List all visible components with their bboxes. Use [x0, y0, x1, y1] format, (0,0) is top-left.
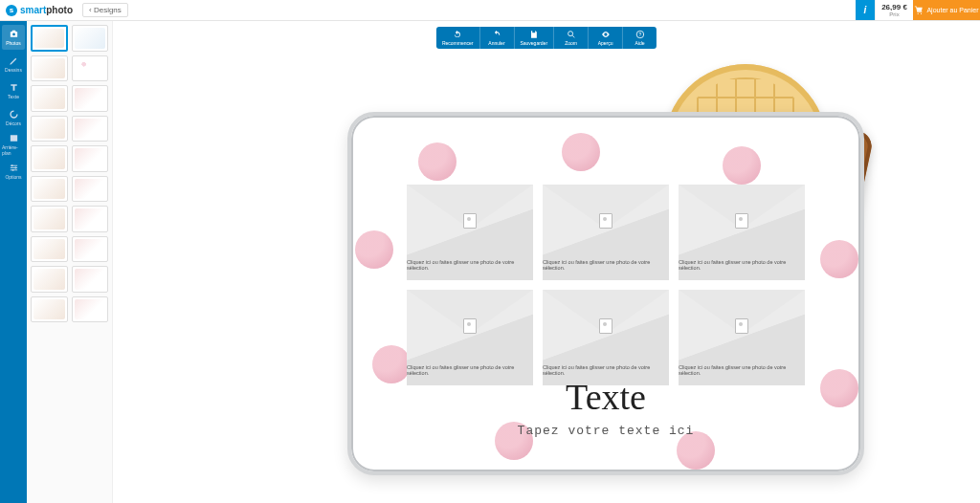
design-thumbnail[interactable]: [31, 116, 68, 142]
glitter-dot: [723, 146, 761, 185]
text-icon: [9, 82, 19, 93]
design-thumbnail[interactable]: [31, 296, 68, 323]
design-thumbnail[interactable]: [72, 85, 109, 112]
help-icon: ?: [635, 30, 645, 39]
photo-icon: [599, 318, 612, 334]
design-thumbnail[interactable]: [72, 145, 109, 172]
sliders-icon: [9, 163, 19, 173]
cart-icon: [914, 6, 924, 15]
svg-point-1: [921, 12, 922, 13]
glitter-dot: [355, 230, 393, 269]
design-thumbnail[interactable]: [31, 25, 68, 52]
photo-icon: [599, 213, 612, 229]
nav-text[interactable]: Texte: [2, 78, 25, 103]
nav-label: Arrière-plan: [2, 144, 25, 156]
app-header: s smartphoto ‹ Designs i 26,99 € Prix Aj…: [0, 0, 980, 21]
glitter-dot: [418, 142, 457, 181]
tool-restart[interactable]: Recommencer: [436, 27, 479, 49]
svg-point-0: [918, 12, 919, 13]
design-thumbnail[interactable]: [72, 25, 109, 52]
photo-placeholder[interactable]: Cliquez ici ou faites glisser une photo …: [679, 185, 805, 280]
photo-icon: [735, 213, 748, 229]
save-icon: [529, 30, 539, 39]
photo-placeholder[interactable]: Cliquez ici ou faites glisser une photo …: [679, 290, 805, 385]
design-title-text[interactable]: Texte: [566, 376, 646, 418]
price-label: Prix: [889, 11, 899, 17]
nav-label: Options: [5, 174, 21, 180]
logo-text-brand: smart: [20, 5, 46, 15]
nav-drawings[interactable]: Dessins: [2, 52, 25, 77]
zoom-icon: [567, 30, 576, 39]
logo: s smartphoto: [0, 5, 78, 16]
refresh-icon: [453, 30, 462, 39]
nav-options[interactable]: Options: [2, 159, 25, 184]
logo-badge-icon: s: [6, 5, 17, 16]
add-to-cart-button[interactable]: Ajouter au Panier: [913, 0, 980, 20]
nav-label: Décors: [6, 120, 21, 126]
logo-text-suffix: photo: [46, 5, 73, 15]
svg-point-5: [11, 169, 13, 171]
info-button[interactable]: i: [856, 0, 875, 20]
svg-point-4: [14, 167, 16, 169]
glitter-dot: [372, 345, 411, 383]
photo-placeholder[interactable]: Cliquez ici ou faites glisser une photo …: [407, 290, 533, 385]
design-thumbnail[interactable]: [31, 145, 68, 172]
design-thumbnail[interactable]: [31, 55, 68, 82]
svg-point-3: [11, 164, 12, 166]
svg-point-2: [12, 33, 15, 36]
tool-undo[interactable]: Annuler: [479, 27, 513, 49]
nav-label: Photos: [6, 40, 21, 46]
cart-label: Ajouter au Panier: [926, 7, 978, 13]
glitter-dot: [820, 369, 858, 407]
svg-text:?: ?: [638, 32, 641, 37]
tool-preview[interactable]: Aperçu: [588, 27, 622, 49]
tool-zoom[interactable]: Zoom: [553, 27, 588, 49]
price-value: 26,99 €: [881, 3, 907, 11]
glitter-dot: [562, 133, 600, 171]
tin-canvas[interactable]: Cliquez ici ou faites glisser une photo …: [347, 112, 864, 475]
design-thumbnail[interactable]: [72, 55, 109, 82]
camera-icon: [9, 29, 19, 39]
eye-icon: [601, 30, 611, 39]
design-thumbnail[interactable]: [72, 206, 109, 232]
design-thumbnail[interactable]: [31, 266, 68, 293]
design-thumbnail[interactable]: [31, 206, 68, 232]
editor-toolbar: Recommencer Annuler Sauvegarder Zoom Ape…: [436, 27, 657, 49]
photo-icon: [735, 318, 748, 334]
design-thumbnail[interactable]: [72, 266, 109, 293]
image-icon: [9, 133, 19, 143]
nav-label: Dessins: [5, 67, 22, 73]
design-thumbnail[interactable]: [31, 85, 68, 112]
design-thumbnail[interactable]: [31, 236, 68, 263]
photo-icon: [463, 318, 477, 334]
svg-point-6: [568, 32, 572, 36]
pencil-icon: [9, 55, 19, 66]
design-thumbnails-panel: [27, 21, 113, 503]
photo-placeholder[interactable]: Cliquez ici ou faites glisser une photo …: [543, 185, 669, 280]
photo-placeholder[interactable]: Cliquez ici ou faites glisser une photo …: [407, 185, 533, 280]
design-thumbnail[interactable]: [72, 116, 109, 142]
design-thumbnail[interactable]: [72, 176, 109, 203]
swirl-icon: [9, 109, 19, 120]
tool-help[interactable]: ?Aide: [622, 27, 657, 49]
canvas-area: Recommencer Annuler Sauvegarder Zoom Ape…: [113, 21, 980, 503]
nav-label: Texte: [8, 94, 19, 99]
design-thumbnail[interactable]: [72, 236, 109, 263]
nav-photos[interactable]: Photos: [2, 25, 25, 50]
back-to-designs-button[interactable]: ‹ Designs: [82, 3, 128, 17]
tool-save[interactable]: Sauvegarder: [513, 27, 553, 49]
undo-icon: [492, 30, 501, 39]
design-subtitle-text[interactable]: Tapez votre texte ici: [518, 424, 695, 438]
design-thumbnail[interactable]: [31, 176, 68, 203]
side-nav: Photos Dessins Texte Décors Arrière-plan…: [0, 21, 27, 503]
nav-background[interactable]: Arrière-plan: [2, 132, 25, 157]
glitter-dot: [820, 240, 858, 278]
price-display: 26,99 € Prix: [875, 0, 913, 20]
design-thumbnail[interactable]: [72, 296, 109, 323]
photo-placeholder-grid: Cliquez ici ou faites glisser une photo …: [407, 185, 805, 385]
photo-icon: [463, 213, 477, 229]
photo-placeholder[interactable]: Cliquez ici ou faites glisser une photo …: [543, 290, 669, 385]
nav-decor[interactable]: Décors: [2, 105, 25, 130]
